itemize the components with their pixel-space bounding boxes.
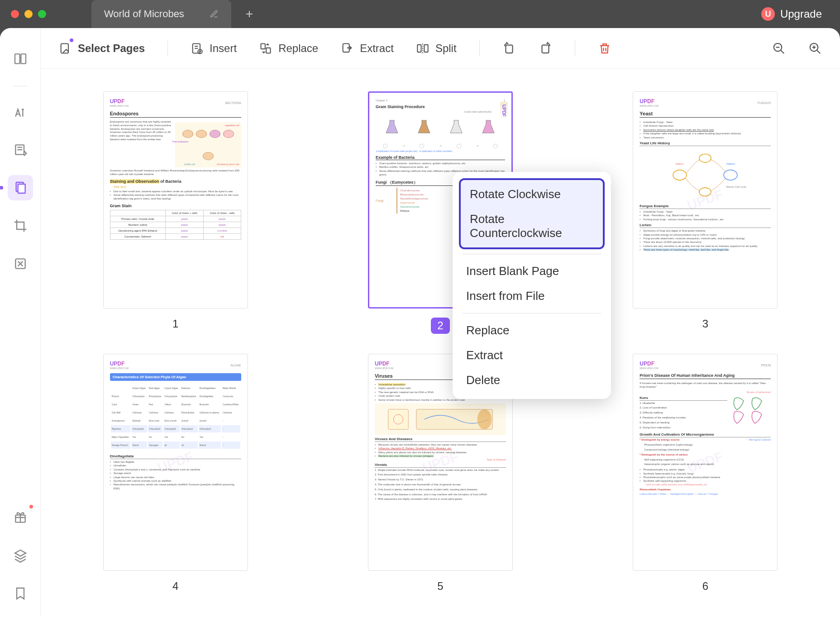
sidebar-redact[interactable]: [8, 251, 33, 276]
svg-rect-0: [15, 54, 20, 63]
context-extract[interactable]: Extract: [459, 343, 605, 368]
toolbar: Select Pages Insert Replace Extract: [41, 28, 840, 69]
svg-text:Mitosis Cell Cycle: Mitosis Cell Cycle: [726, 185, 746, 188]
svg-rect-7: [61, 43, 68, 53]
rotate-ccw-button[interactable]: [502, 42, 516, 55]
context-rotate-ccw[interactable]: Rotate Counterclockwise: [463, 207, 601, 246]
tab-title: World of Microbes: [104, 8, 184, 20]
new-tab-button[interactable]: +: [240, 5, 258, 23]
page-number: 5: [437, 580, 443, 593]
rotate-cw-button[interactable]: [539, 42, 552, 55]
context-menu: Rotate Clockwise Rotate Counterclockwise…: [453, 172, 611, 399]
svg-rect-1: [21, 54, 26, 63]
sidebar-reader[interactable]: [8, 46, 33, 71]
document-tab[interactable]: World of Microbes: [91, 0, 231, 28]
context-menu-highlighted-group: Rotate Clockwise Rotate Counterclockwise: [459, 178, 605, 249]
svg-point-22: [699, 188, 711, 196]
svg-rect-14: [424, 44, 428, 52]
window-minimize-button[interactable]: [24, 10, 33, 18]
svg-point-19: [673, 170, 687, 180]
svg-rect-15: [506, 45, 512, 53]
window-maximize-button[interactable]: [38, 10, 46, 18]
svg-rect-10: [261, 43, 265, 49]
svg-rect-13: [417, 44, 421, 52]
svg-point-29: [477, 409, 492, 429]
extract-button[interactable]: Extract: [341, 42, 394, 55]
zoom-in-button[interactable]: [808, 42, 822, 55]
context-delete[interactable]: Delete: [459, 368, 605, 393]
svg-point-21: [724, 170, 737, 180]
context-replace[interactable]: Replace: [459, 318, 605, 343]
svg-point-20: [699, 154, 711, 162]
titlebar: World of Microbes + U Upgrade: [0, 0, 840, 28]
sidebar-edit[interactable]: [8, 137, 33, 162]
context-insert-blank[interactable]: Insert Blank Page: [459, 259, 605, 284]
upgrade-badge-icon: U: [761, 7, 775, 21]
context-insert-file[interactable]: Insert from File: [459, 284, 605, 308]
left-sidebar: [0, 28, 41, 617]
page-thumbnail-1[interactable]: UPDFWWW.UPDF.COMBACTERIA Endospores Endo…: [103, 91, 248, 336]
page-number: 2: [431, 318, 449, 334]
zoom-out-button[interactable]: [772, 42, 786, 55]
svg-rect-26: [388, 409, 408, 429]
upgrade-button[interactable]: U Upgrade: [761, 7, 822, 21]
split-button[interactable]: Split: [416, 42, 457, 55]
svg-text:Diploid: Diploid: [676, 162, 683, 165]
window-close-button[interactable]: [11, 10, 19, 18]
replace-button[interactable]: Replace: [259, 42, 318, 55]
upgrade-label: Upgrade: [780, 8, 822, 20]
page-thumbnail-6[interactable]: UPDF UPDFWWW.UPDF.COMPRION Prion's Disea…: [633, 354, 778, 594]
page-number: 4: [172, 580, 178, 593]
context-rotate-cw[interactable]: Rotate Clockwise: [463, 182, 601, 207]
sidebar-annotate[interactable]: [8, 99, 33, 124]
page-thumbnail-3[interactable]: UPDF UPDFWWW.UPDF.COMFUNGUS Yeast Unicel…: [633, 91, 778, 336]
insert-button[interactable]: Insert: [191, 42, 237, 55]
svg-rect-4: [18, 184, 25, 193]
sidebar-bookmark[interactable]: [8, 581, 33, 606]
page-number: 3: [702, 318, 708, 330]
page-number: 6: [702, 580, 708, 593]
sidebar-gift[interactable]: [8, 505, 33, 530]
svg-rect-11: [266, 47, 270, 53]
select-pages-button[interactable]: Select Pages: [59, 42, 145, 55]
svg-rect-16: [542, 45, 549, 53]
page-grid: UPDFWWW.UPDF.COMBACTERIA Endospores Endo…: [41, 69, 840, 617]
sidebar-layers[interactable]: [8, 543, 33, 568]
page-number: 1: [172, 318, 178, 330]
delete-button[interactable]: [598, 42, 611, 55]
sidebar-organize-pages[interactable]: [8, 175, 33, 200]
svg-text:Haploid: Haploid: [726, 162, 735, 165]
sidebar-crop[interactable]: [8, 213, 33, 238]
edit-tab-icon[interactable]: [210, 9, 219, 19]
page-thumbnail-4[interactable]: UPDF UPDFWWW.UPDF.COMALGAE Characteristi…: [103, 354, 248, 594]
